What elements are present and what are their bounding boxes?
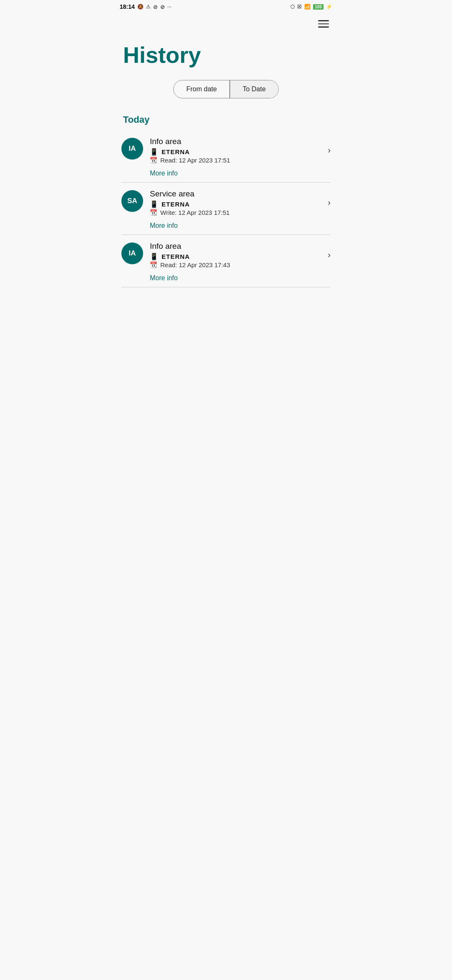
bluetooth-icon: ⬠ <box>290 4 295 10</box>
chevron-right-icon: › <box>328 198 331 207</box>
from-date-button[interactable]: From date <box>174 80 229 98</box>
item-timestamp-row: 📆 Read: 12 Apr 2023 17:43 <box>150 261 324 268</box>
charging-icon: ⚡ <box>326 4 332 10</box>
page-title-section: History <box>113 34 339 80</box>
circle-icon-2: ⊘ <box>160 4 165 10</box>
avatar: IA <box>121 242 143 264</box>
hamburger-icon <box>318 20 329 21</box>
item-content: Service area 📱 ETERNA 📆 Write: 12 Apr 20… <box>143 189 324 216</box>
item-device-row: 📱 ETERNA <box>150 200 324 208</box>
calendar-icon: 📆 <box>150 157 157 163</box>
bottom-space <box>113 287 339 321</box>
dots-icon: ··· <box>167 4 172 10</box>
more-info-button[interactable]: More info <box>150 274 178 282</box>
status-time: 18:14 <box>120 3 135 10</box>
status-right: ⬠ ☒ 📶 100 ⚡ <box>290 4 332 10</box>
chevron-right-icon: › <box>328 145 331 155</box>
item-content: Info area 📱 ETERNA 📆 Read: 12 Apr 2023 1… <box>143 137 324 164</box>
item-timestamp-row: 📆 Read: 12 Apr 2023 17:51 <box>150 157 324 164</box>
item-timestamp: Write: 12 Apr 2023 17:51 <box>160 209 230 216</box>
avatar: SA <box>121 190 143 212</box>
list-item[interactable]: IA Info area 📱 ETERNA 📆 Read: 12 Apr 202… <box>113 235 339 272</box>
hamburger-icon <box>318 23 329 25</box>
item-device-row: 📱 ETERNA <box>150 253 324 260</box>
device-icon: 📱 <box>150 148 158 156</box>
wifi-icon: 📶 <box>304 4 311 10</box>
item-timestamp: Read: 12 Apr 2023 17:51 <box>160 157 230 164</box>
device-name: ETERNA <box>162 253 190 260</box>
item-title: Info area <box>150 137 324 146</box>
menu-button[interactable] <box>316 18 331 29</box>
battery-level: 100 <box>313 4 324 10</box>
date-filter-section: From date To Date <box>113 80 339 111</box>
item-title: Service area <box>150 189 324 199</box>
item-title: Info area <box>150 242 324 251</box>
page-title: History <box>123 43 329 67</box>
more-info-row: More info <box>113 219 339 235</box>
more-info-row: More info <box>113 272 339 287</box>
signal-x-icon: ☒ <box>297 4 302 10</box>
date-filter-container: From date To Date <box>173 80 279 98</box>
history-list: IA Info area 📱 ETERNA 📆 Read: 12 Apr 202… <box>113 130 339 287</box>
chevron-right-icon: › <box>328 250 331 260</box>
avatar: IA <box>121 138 143 160</box>
app-header <box>113 13 339 34</box>
mute-icon: 🔕 <box>137 4 144 10</box>
device-name: ETERNA <box>162 148 190 155</box>
more-info-button[interactable]: More info <box>150 170 178 177</box>
device-name: ETERNA <box>162 201 190 208</box>
item-content: Info area 📱 ETERNA 📆 Read: 12 Apr 2023 1… <box>143 242 324 268</box>
warning-icon: ⚠ <box>146 4 151 10</box>
to-date-button[interactable]: To Date <box>230 80 278 98</box>
hamburger-icon <box>318 26 329 28</box>
item-timestamp-row: 📆 Write: 12 Apr 2023 17:51 <box>150 209 324 216</box>
today-section-label: Today <box>113 111 339 130</box>
more-info-button[interactable]: More info <box>150 222 178 230</box>
device-icon: 📱 <box>150 253 158 260</box>
more-info-row: More info <box>113 167 339 182</box>
item-device-row: 📱 ETERNA <box>150 148 324 156</box>
circle-icon-1: ⊘ <box>153 4 158 10</box>
list-item[interactable]: IA Info area 📱 ETERNA 📆 Read: 12 Apr 202… <box>113 130 339 167</box>
calendar-icon: 📆 <box>150 209 157 216</box>
status-bar: 18:14 🔕 ⚠ ⊘ ⊘ ··· ⬠ ☒ 📶 100 ⚡ <box>113 0 339 13</box>
device-icon: 📱 <box>150 200 158 208</box>
status-left: 18:14 🔕 ⚠ ⊘ ⊘ ··· <box>120 3 172 10</box>
calendar-icon: 📆 <box>150 261 157 268</box>
item-timestamp: Read: 12 Apr 2023 17:43 <box>160 261 230 268</box>
list-item[interactable]: SA Service area 📱 ETERNA 📆 Write: 12 Apr… <box>113 183 339 219</box>
